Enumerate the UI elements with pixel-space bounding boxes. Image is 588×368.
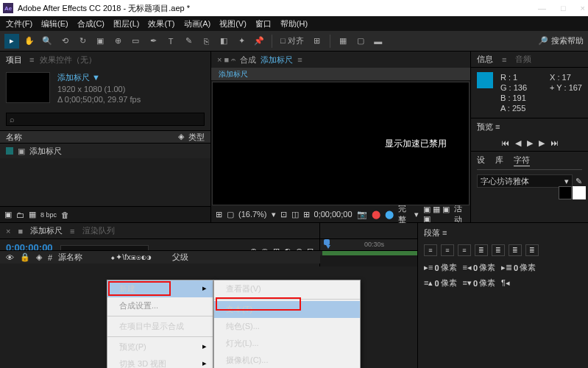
eyedropper-icon[interactable]: ✎ bbox=[575, 177, 582, 186]
pen-tool[interactable]: ✒ bbox=[146, 34, 160, 49]
view-icons[interactable]: ▣ ▦ ▣ ▣ bbox=[423, 205, 450, 224]
rotate-tool[interactable]: ↻ bbox=[75, 34, 90, 49]
indent-first[interactable]: ≡◂ 0 像素 bbox=[463, 262, 496, 273]
align-right[interactable]: ≡ bbox=[458, 244, 471, 256]
align-left[interactable]: ≡ bbox=[424, 244, 437, 256]
first-frame-button[interactable]: ⏮ bbox=[501, 138, 509, 148]
ctx-light[interactable]: 灯光(L)... bbox=[214, 335, 360, 352]
char-tab-3[interactable]: 字符 bbox=[514, 155, 530, 166]
tl-comp-tab[interactable]: 添加标尺 bbox=[30, 225, 63, 236]
stroke-swatch[interactable] bbox=[573, 186, 586, 199]
brush-tool[interactable]: ✎ bbox=[181, 34, 196, 49]
space-after[interactable]: ≡▾ 0 像素 bbox=[463, 277, 496, 289]
tl-close[interactable]: × bbox=[6, 227, 10, 236]
info-tab-menu-icon[interactable]: ≡ bbox=[502, 55, 506, 64]
space-before[interactable]: ≡▴ 0 像素 bbox=[424, 277, 457, 289]
info-tab[interactable]: 信息 bbox=[477, 54, 493, 65]
ctx-solid[interactable]: 纯色(S)... bbox=[214, 318, 360, 335]
tool-c[interactable]: ▬ bbox=[371, 34, 386, 49]
snapshot-icon[interactable]: 📷 bbox=[357, 210, 367, 219]
justify-right[interactable]: ≣ bbox=[509, 244, 522, 256]
clone-tool[interactable]: ⎘ bbox=[199, 34, 213, 49]
snap-icon[interactable]: ⊞ bbox=[310, 34, 325, 49]
bpc-button[interactable]: 8 bpc bbox=[40, 211, 57, 219]
selection-tool[interactable]: ▸ bbox=[4, 34, 19, 49]
indent-right[interactable]: ▸≣ 0 像素 bbox=[501, 262, 536, 273]
menu-layer[interactable]: 图层(L) bbox=[110, 18, 142, 29]
folder-icon[interactable]: ▣ bbox=[4, 210, 12, 219]
menu-effect[interactable]: 效果(T) bbox=[145, 18, 177, 29]
zoom-dropdown[interactable]: (16.7%) bbox=[238, 210, 267, 219]
ctx-show-in-project[interactable]: 在项目中显示合成 bbox=[107, 318, 213, 335]
eraser-tool[interactable]: ◧ bbox=[216, 34, 231, 49]
trash-icon[interactable]: 🗑 bbox=[61, 210, 69, 219]
resolution-icon[interactable]: ▢ bbox=[227, 210, 234, 219]
puppet-tool[interactable]: 📌 bbox=[252, 34, 266, 49]
playhead[interactable] bbox=[322, 239, 331, 250]
comp-viewer[interactable]: 显示加速已禁用 bbox=[212, 82, 470, 205]
source-name-header[interactable]: 源名称 bbox=[58, 252, 82, 263]
char-tab-2[interactable]: 库 bbox=[495, 155, 503, 166]
new-comp-icon[interactable]: ▦ bbox=[29, 210, 36, 219]
channel-icon[interactable]: ⬤ bbox=[372, 210, 380, 219]
tool-a[interactable]: ▦ bbox=[336, 34, 350, 49]
effects-tab[interactable]: 效果控件（无） bbox=[40, 54, 96, 66]
align-center[interactable]: ≡ bbox=[441, 244, 454, 256]
project-tab[interactable]: 项目 bbox=[6, 54, 22, 66]
menu-composition[interactable]: 合成(C) bbox=[74, 18, 107, 29]
ctx-viewer[interactable]: 查看器(V) bbox=[214, 280, 360, 297]
comp-tab-name[interactable]: 添加标尺 bbox=[261, 54, 293, 66]
ctx-switch-3d[interactable]: 切换 3D 视图▸ bbox=[107, 355, 213, 368]
close-button[interactable]: × bbox=[581, 4, 585, 13]
ctx-preview[interactable]: 预览(P)▸ bbox=[107, 339, 213, 355]
render-queue-tab[interactable]: 渲染队列 bbox=[82, 225, 115, 236]
project-tab-menu-icon[interactable]: ≡ bbox=[29, 55, 34, 64]
project-item[interactable]: ▣ 添加标尺 bbox=[0, 144, 210, 158]
audio-tab[interactable]: 音频 bbox=[515, 54, 531, 65]
next-frame-button[interactable]: ▶ bbox=[539, 138, 545, 148]
project-search[interactable]: ⌕ bbox=[6, 113, 205, 126]
comp-tab-menu-icon[interactable]: ≡ bbox=[297, 55, 302, 64]
menu-animation[interactable]: 动画(A) bbox=[181, 18, 214, 29]
quality-dropdown[interactable]: 完整 bbox=[398, 203, 410, 225]
ctx-comp-settings[interactable]: 合成设置... bbox=[107, 297, 213, 314]
orbit-tool[interactable]: ⟲ bbox=[57, 34, 72, 49]
fill-swatch[interactable] bbox=[559, 186, 572, 199]
menu-edit[interactable]: 编辑(E) bbox=[38, 18, 71, 29]
justify-all[interactable]: ≣ bbox=[525, 244, 539, 256]
help-search[interactable]: 🔎 搜索帮助 bbox=[538, 35, 584, 46]
grid-icon[interactable]: ⊞ bbox=[216, 210, 222, 219]
maximize-button[interactable]: □ bbox=[561, 4, 566, 13]
camera-tool[interactable]: ▣ bbox=[93, 34, 107, 49]
last-frame-button[interactable]: ⏭ bbox=[550, 138, 559, 148]
snap-toggle[interactable]: □ 对齐 bbox=[277, 35, 307, 46]
ctx-camera[interactable]: 摄像机(C)... bbox=[214, 352, 360, 368]
justify-center[interactable]: ≣ bbox=[492, 244, 505, 256]
new-folder-icon[interactable]: 🗀 bbox=[16, 210, 24, 219]
col-type-header[interactable]: 类型 bbox=[188, 132, 205, 143]
res-icon[interactable]: ⊡ bbox=[280, 210, 287, 219]
mask-icon[interactable]: ◫ bbox=[291, 210, 299, 219]
text-tool[interactable]: T bbox=[163, 34, 178, 49]
justify-left[interactable]: ≣ bbox=[475, 244, 488, 256]
menu-file[interactable]: 文件(F) bbox=[3, 18, 35, 29]
pan-behind-tool[interactable]: ⊕ bbox=[110, 34, 125, 49]
zoom-tool[interactable]: 🔍 bbox=[40, 34, 54, 49]
parent-header[interactable]: 父级 bbox=[172, 252, 188, 263]
comp-breadcrumb[interactable]: 添加标尺 bbox=[211, 68, 470, 81]
guides-icon[interactable]: ⊞ bbox=[303, 210, 310, 219]
tl-tab-menu-icon[interactable]: ≡ bbox=[70, 227, 74, 236]
char-tab-1[interactable]: 设 bbox=[477, 155, 485, 166]
minimize-button[interactable]: — bbox=[538, 4, 546, 13]
menu-help[interactable]: 帮助(H) bbox=[277, 18, 311, 29]
time-display[interactable]: 0;00;00;00 bbox=[314, 210, 353, 219]
prev-frame-button[interactable]: ◀ bbox=[515, 138, 521, 148]
indent-left[interactable]: ▸≡ 0 像素 bbox=[424, 262, 457, 273]
tool-b[interactable]: ▢ bbox=[353, 34, 368, 49]
color-icon[interactable]: ⬤ bbox=[385, 210, 394, 219]
menu-view[interactable]: 视图(V) bbox=[216, 18, 249, 29]
col-name-header[interactable]: 名称 bbox=[6, 132, 22, 143]
play-button[interactable]: ▶ bbox=[527, 138, 533, 148]
eye-icon[interactable]: 👁 bbox=[6, 253, 14, 262]
rtl-toggle[interactable]: ¶◂ bbox=[501, 277, 510, 289]
